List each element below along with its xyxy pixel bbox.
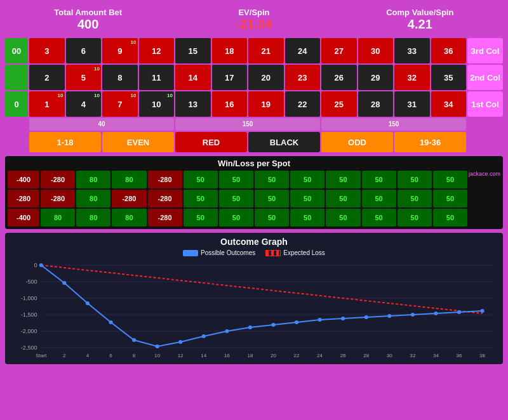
wl-cell: 50 [219, 171, 253, 188]
double-zero-cell[interactable]: 00 [5, 38, 28, 63]
svg-text:34: 34 [433, 353, 439, 358]
legend-blue-swatch [183, 250, 198, 256]
stats-row: Total Amount Bet 400 EV/Spin -21.04 Comp… [5, 5, 503, 34]
svg-point-36 [109, 320, 112, 324]
wl-cell: -280 [41, 171, 75, 188]
bet-black[interactable]: BLACK [248, 132, 320, 152]
winloss-table: -400-280-400 -2808080-280505050505050505… [8, 171, 500, 226]
total-bet-block: Total Amount Bet 400 [5, 8, 171, 32]
num-cell-26[interactable]: 26 [321, 65, 357, 90]
wl-cell: 50 [398, 171, 432, 188]
num-cell-2[interactable]: 2 [29, 65, 65, 90]
num-cell-35[interactable]: 35 [431, 65, 467, 90]
bet-19-36[interactable]: 19-36 [394, 132, 466, 152]
svg-point-51 [457, 310, 461, 314]
num-cell-20[interactable]: 20 [248, 65, 284, 90]
svg-point-35 [86, 301, 90, 305]
num-cell-23[interactable]: 23 [285, 65, 321, 90]
num-cell-36[interactable]: 36 [431, 38, 467, 63]
num-cell-17[interactable]: 17 [212, 65, 248, 90]
num-cell-21[interactable]: 21 [248, 38, 284, 63]
wl-cell: 50 [433, 190, 467, 207]
num-cell-14[interactable]: 14 [175, 65, 211, 90]
num-cell-19[interactable]: 19 [248, 91, 284, 117]
svg-point-42 [248, 325, 252, 329]
winloss-section: Win/Loss per Spot -400-280-400 -2808080-… [5, 156, 503, 229]
3rd-col-bet[interactable]: 3rd Col [467, 38, 503, 63]
svg-text:Start: Start [36, 353, 47, 358]
num-cell-4[interactable]: 410 [66, 91, 102, 117]
svg-text:-2,000: -2,000 [21, 328, 37, 334]
dozen-2[interactable]: 150 [175, 118, 320, 131]
comp-value-value: 4.21 [337, 17, 503, 32]
num-cell-30[interactable]: 30 [358, 38, 394, 63]
dozen-3[interactable]: 150 [321, 118, 466, 131]
bet-odd[interactable]: ODD [321, 132, 393, 152]
legend-possible: Possible Outcomes [183, 249, 255, 256]
wl-cell: 80 [112, 171, 146, 188]
svg-text:8: 8 [133, 353, 136, 358]
svg-text:36: 36 [457, 353, 463, 358]
num-cell-8[interactable]: 8 [102, 65, 138, 90]
wl-cell: 50 [184, 171, 218, 188]
wl-cell: 50 [255, 209, 289, 226]
graph-svg: 0 -500 -1,000 -1,500 -2,000 -2,500 Start… [9, 259, 499, 360]
outside-bets-container: 40 150 150 1-18 EVEN RED BLACK ODD 19-36 [5, 118, 503, 152]
graph-title: Outcome Graph [9, 237, 499, 247]
wl-cell: 80 [41, 209, 75, 226]
zero-cell[interactable]: 0 [5, 91, 28, 117]
wl-cell: -280 [148, 209, 182, 226]
svg-text:14: 14 [201, 353, 207, 358]
num-cell-6[interactable]: 6 [66, 38, 102, 63]
svg-text:32: 32 [410, 353, 416, 358]
bet-even[interactable]: EVEN [102, 132, 174, 152]
zero-column: 00 0 [5, 38, 28, 117]
svg-text:30: 30 [387, 353, 393, 358]
num-cell-16[interactable]: 16 [212, 91, 248, 117]
num-cell-18[interactable]: 18 [212, 38, 248, 63]
svg-rect-0 [9, 259, 499, 360]
wl-cell: 50 [326, 209, 360, 226]
2nd-col-bet[interactable]: 2nd Col [467, 65, 503, 90]
num-cell-24[interactable]: 24 [285, 38, 321, 63]
1st-col-bet[interactable]: 1st Col [467, 91, 503, 117]
svg-point-44 [295, 320, 298, 324]
num-cell-22[interactable]: 22 [285, 91, 321, 117]
num-cell-9[interactable]: 910 [102, 38, 138, 63]
legend-expected-label: Expected Loss [283, 249, 325, 256]
num-cell-33[interactable]: 33 [394, 38, 430, 63]
num-cell-29[interactable]: 29 [358, 65, 394, 90]
num-cell-31[interactable]: 31 [394, 91, 430, 117]
svg-text:2: 2 [63, 353, 66, 358]
num-cell-25[interactable]: 25 [321, 91, 357, 117]
num-cell-5[interactable]: 510 [66, 65, 102, 90]
dozen-row: 40 150 150 [5, 118, 503, 131]
bet-1-18[interactable]: 1-18 [29, 132, 101, 152]
svg-text:26: 26 [340, 353, 347, 358]
num-cell-13[interactable]: 13 [175, 91, 211, 117]
num-cell-27[interactable]: 27 [321, 38, 357, 63]
num-cell-28[interactable]: 28 [358, 91, 394, 117]
num-cell-12[interactable]: 12 [139, 38, 175, 63]
num-cell-34[interactable]: 34 [431, 91, 467, 117]
bet-red[interactable]: RED [175, 132, 247, 152]
legend-expected: Expected Loss [265, 249, 325, 256]
legend-red-swatch [265, 250, 281, 256]
svg-text:16: 16 [224, 353, 231, 358]
wl-grid: -2808080-2805050505050505050-28080-280-2… [41, 171, 467, 226]
num-cell-15[interactable]: 15 [175, 38, 211, 63]
wl-cell: 50 [219, 209, 253, 226]
svg-text:-1,500: -1,500 [21, 312, 37, 318]
numbers-grid: 3691012151821242730333625108111417202326… [29, 38, 466, 117]
num-cell-7[interactable]: 710 [102, 91, 138, 117]
wl-cell: 50 [184, 209, 218, 226]
num-cell-11[interactable]: 11 [139, 65, 175, 90]
spacer-cell [5, 65, 28, 90]
num-cell-3[interactable]: 3 [29, 38, 65, 63]
dozen-1[interactable]: 40 [29, 118, 174, 131]
num-cell-10[interactable]: 1010 [139, 91, 175, 117]
num-cell-1[interactable]: 110 [29, 91, 65, 117]
svg-point-48 [387, 314, 391, 318]
num-cell-32[interactable]: 32 [394, 65, 430, 90]
svg-point-46 [341, 317, 345, 320]
